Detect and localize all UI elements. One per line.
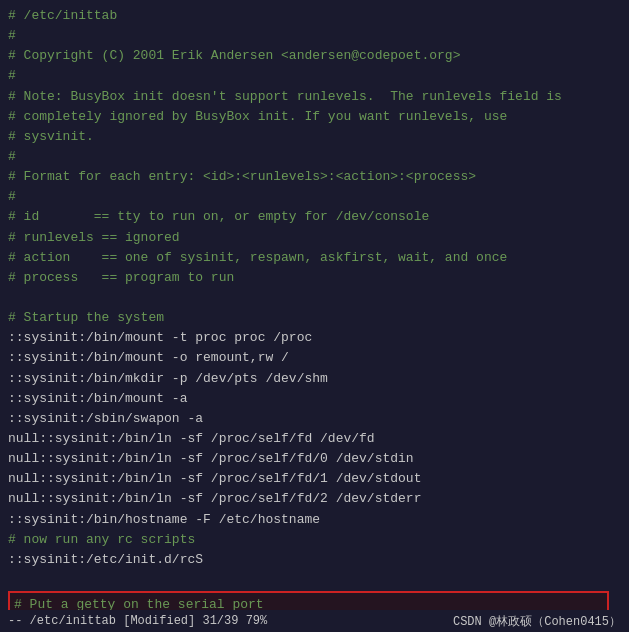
- code-line: # process == program to run: [8, 268, 621, 288]
- code-line: # runlevels == ignored: [8, 228, 621, 248]
- code-line: # Note: BusyBox init doesn't support run…: [8, 87, 621, 107]
- code-content: # /etc/inittab## Copyright (C) 2001 Erik…: [8, 6, 621, 632]
- code-line: #: [8, 187, 621, 207]
- code-line: null::sysinit:/bin/ln -sf /proc/self/fd/…: [8, 469, 621, 489]
- code-line: #: [8, 66, 621, 86]
- terminal-window: # /etc/inittab## Copyright (C) 2001 Erik…: [0, 0, 629, 632]
- code-line: # action == one of sysinit, respawn, ask…: [8, 248, 621, 268]
- code-line: ::sysinit:/bin/mount -t proc proc /proc: [8, 328, 621, 348]
- status-bar: -- /etc/inittab [Modified] 31/39 79% CSD…: [0, 610, 629, 632]
- code-line: ::sysinit:/bin/mount -a: [8, 389, 621, 409]
- empty-line: [8, 288, 621, 308]
- empty-line: [8, 570, 621, 590]
- code-line: # Startup the system: [8, 308, 621, 328]
- code-line: ::sysinit:/sbin/swapon -a: [8, 409, 621, 429]
- code-line: ::sysinit:/bin/mkdir -p /dev/pts /dev/sh…: [8, 369, 621, 389]
- code-line: null::sysinit:/bin/ln -sf /proc/self/fd …: [8, 429, 621, 449]
- code-line: # Copyright (C) 2001 Erik Andersen <ande…: [8, 46, 621, 66]
- code-line: ::sysinit:/etc/init.d/rcS: [8, 550, 621, 570]
- status-right: CSDN @林政硕（Cohen0415）: [453, 613, 621, 630]
- code-line: null::sysinit:/bin/ln -sf /proc/self/fd/…: [8, 489, 621, 509]
- code-line: ::sysinit:/bin/mount -o remount,rw /: [8, 348, 621, 368]
- code-line: # now run any rc scripts: [8, 530, 621, 550]
- code-line: #: [8, 26, 621, 46]
- status-left: -- /etc/inittab [Modified] 31/39 79%: [8, 614, 267, 628]
- code-line: # Format for each entry: <id>:<runlevels…: [8, 167, 621, 187]
- code-line: # sysvinit.: [8, 127, 621, 147]
- code-line: # id == tty to run on, or empty for /dev…: [8, 207, 621, 227]
- code-line: null::sysinit:/bin/ln -sf /proc/self/fd/…: [8, 449, 621, 469]
- code-line: ::sysinit:/bin/hostname -F /etc/hostname: [8, 510, 621, 530]
- code-line: # /etc/inittab: [8, 6, 621, 26]
- code-line: # completely ignored by BusyBox init. If…: [8, 107, 621, 127]
- code-line: #: [8, 147, 621, 167]
